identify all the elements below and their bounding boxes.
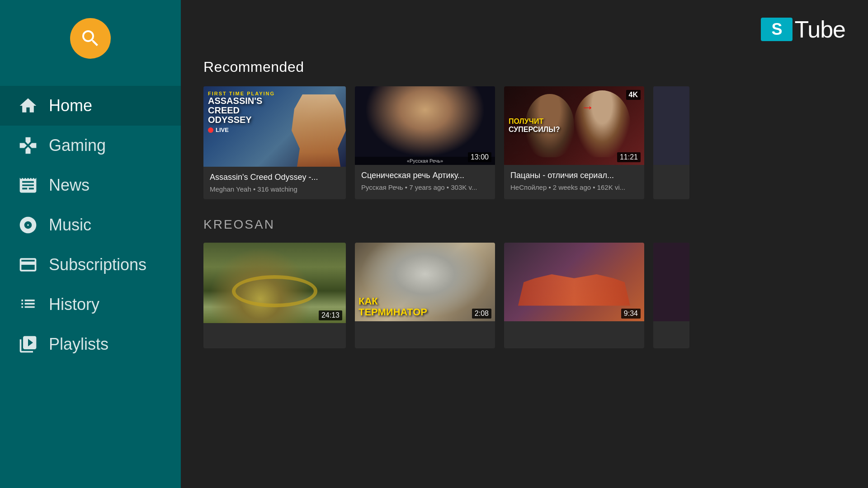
sidebar-item-subscriptions[interactable]: Subscriptions: [0, 245, 181, 285]
sidebar: Home Gaming News Music Subscriptions His…: [0, 0, 181, 488]
recommended-video-row: FIRST TIME PLAYING ASSASSIN'SCREEDODYSSE…: [203, 86, 845, 199]
news-icon: [18, 175, 38, 195]
video-title-speech: Сценическая речь Артику...: [361, 170, 489, 181]
video-title-kreosan-2: [361, 327, 489, 338]
video-info-speech: Сценическая речь Артику... Русская Речь …: [355, 165, 495, 197]
video-info-ac-odyssey: Assassin's Creed Odyssey -... Meghan Yea…: [203, 167, 346, 199]
video-info-boys: Пацаны - отличия сериал... НеСпойлер • 2…: [504, 165, 644, 197]
video-card-boys[interactable]: ПОЛУЧИТСУПЕРСИЛЫ? → 4K 11:21 Пацаны - от…: [504, 86, 644, 199]
kreosan-section: KREOSAN 24:13: [203, 217, 845, 348]
subscriptions-icon: [18, 255, 38, 275]
sidebar-item-gaming-label: Gaming: [49, 136, 106, 155]
thumbnail-ac-odyssey: FIRST TIME PLAYING ASSASSIN'SCREEDODYSSE…: [203, 86, 346, 167]
sidebar-item-history-label: History: [49, 295, 99, 314]
main-content: S Tube Recommended FIRST TIME PLAYING AS…: [181, 0, 868, 488]
video-info-kreosan-3: [504, 321, 644, 347]
video-info-kreosan-1: [203, 323, 346, 348]
video-title-kreosan-1: [210, 328, 340, 339]
thumbnail-speech: «Русская Речь» 13:00: [355, 86, 495, 165]
sidebar-item-home[interactable]: Home: [0, 86, 181, 126]
sidebar-item-history[interactable]: History: [0, 285, 181, 324]
duration-badge-kreosan-1: 24:13: [319, 310, 342, 320]
sidebar-item-playlists-label: Playlists: [49, 335, 108, 354]
video-card-kreosan-3[interactable]: 9:34: [504, 243, 644, 348]
logo-tube: Tube: [794, 16, 845, 43]
video-info-kreosan-2: [355, 321, 495, 347]
gaming-icon: [18, 136, 38, 155]
content-area: Recommended FIRST TIME PLAYING ASSASSIN'…: [181, 59, 868, 488]
duration-badge-boys: 11:21: [617, 152, 641, 162]
recommended-section: Recommended FIRST TIME PLAYING ASSASSIN'…: [203, 59, 845, 199]
logo-s: S: [771, 20, 782, 39]
duration-badge-speech: 13:00: [468, 152, 491, 162]
sidebar-item-subscriptions-label: Subscriptions: [49, 255, 146, 274]
video-title-kreosan-3: [510, 327, 638, 338]
home-icon: [18, 96, 38, 116]
video-card-speech[interactable]: «Русская Речь» 13:00 Сценическая речь Ар…: [355, 86, 495, 199]
video-meta-ac-odyssey: Meghan Yeah • 316 watching: [210, 185, 340, 193]
video-card-kreosan-partial[interactable]: [653, 243, 689, 348]
video-card-partial-1[interactable]: [653, 86, 689, 199]
sidebar-item-gaming[interactable]: Gaming: [0, 126, 181, 165]
badge-4k: 4K: [626, 90, 641, 100]
thumbnail-kreosan-3: 9:34: [504, 243, 644, 321]
sidebar-item-news-label: News: [49, 176, 90, 195]
duration-badge-kreosan-3: 9:34: [621, 309, 641, 319]
kreosan-terminator-overlay: какТЕРМИНАТОР: [359, 296, 427, 318]
video-card-kreosan-2[interactable]: какТЕРМИНАТОР 2:08: [355, 243, 495, 348]
search-button[interactable]: [70, 18, 111, 59]
video-title-ac-odyssey: Assassin's Creed Odyssey -...: [210, 172, 340, 183]
history-icon: [18, 295, 38, 314]
music-icon: [18, 215, 38, 235]
sidebar-item-music[interactable]: Music: [0, 205, 181, 245]
header: S Tube: [181, 0, 868, 59]
sidebar-item-playlists[interactable]: Playlists: [0, 324, 181, 364]
search-icon: [80, 28, 101, 49]
thumbnail-boys: ПОЛУЧИТСУПЕРСИЛЫ? → 4K 11:21: [504, 86, 644, 165]
logo-s-box: S: [761, 18, 793, 41]
video-card-ac-odyssey[interactable]: FIRST TIME PLAYING ASSASSIN'SCREEDODYSSE…: [203, 86, 346, 199]
sidebar-item-home-label: Home: [49, 96, 92, 115]
video-card-kreosan-1[interactable]: 24:13: [203, 243, 346, 348]
kreosan-video-row: 24:13 какТЕРМИНАТОР 2:08: [203, 243, 845, 348]
duration-badge-kreosan-2: 2:08: [472, 309, 491, 319]
sidebar-item-news[interactable]: News: [0, 165, 181, 205]
playlists-icon: [18, 334, 38, 354]
sidebar-item-music-label: Music: [49, 216, 91, 235]
video-meta-boys: НеСпойлер • 2 weeks ago • 162K vi...: [510, 183, 638, 191]
app-logo: S Tube: [761, 16, 845, 43]
thumbnail-kreosan-1: 24:13: [203, 243, 346, 323]
video-meta-speech: Русская Речь • 7 years ago • 303K v...: [361, 183, 489, 191]
recommended-title: Recommended: [203, 59, 845, 75]
thumbnail-kreosan-2: какТЕРМИНАТОР 2:08: [355, 243, 495, 321]
video-title-boys: Пацаны - отличия сериал...: [510, 170, 638, 181]
kreosan-title: KREOSAN: [203, 217, 845, 232]
arrow-icon: →: [581, 100, 594, 115]
